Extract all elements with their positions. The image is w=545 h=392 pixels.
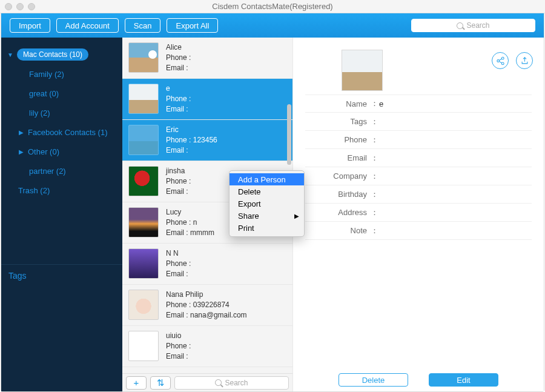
contact-email: Email : — [166, 63, 191, 73]
chevron-right-icon: ▶ — [18, 148, 24, 155]
scan-button[interactable]: Scan — [125, 18, 161, 33]
avatar — [128, 207, 159, 238]
sidebar: ▼ Mac Contacts (10) Family (2) great (0)… — [1, 38, 122, 391]
context-menu-item[interactable]: Print — [230, 222, 304, 234]
contact-name: Nana Philip — [166, 290, 247, 300]
detail-field: Phone： — [305, 131, 532, 149]
sidebar-group-label: Mac Contacts (10) — [17, 48, 88, 61]
sidebar-item-facebook[interactable]: ▶Facebook Contacts (1) — [1, 125, 122, 139]
sidebar-item-other[interactable]: ▶Other (0) — [1, 144, 122, 159]
svg-line-4 — [499, 61, 501, 63]
search-input[interactable]: Search — [411, 19, 535, 32]
avatar — [128, 166, 159, 196]
contact-email: Email : — [166, 187, 191, 197]
tags-section-header[interactable]: Tags — [1, 264, 122, 391]
contact-email: Email : — [166, 145, 217, 156]
contact-phone: Phone : — [166, 341, 191, 351]
submenu-arrow-icon: ▶ — [294, 213, 299, 219]
list-footer: + ⇅ Search — [122, 373, 292, 391]
contact-row[interactable]: Nana PhilipPhone : 039226874Email : nana… — [122, 285, 292, 326]
contact-row[interactable]: EricPhone : 123456Email : — [122, 120, 292, 161]
contact-email: Email : — [166, 269, 191, 279]
chevron-down-icon: ▼ — [7, 51, 13, 58]
contact-name: Lucy — [166, 207, 214, 218]
detail-field: Address： — [305, 204, 532, 222]
contact-row[interactable]: N NPhone :Email : — [122, 244, 292, 285]
contact-name: uiuio — [166, 331, 191, 341]
chevron-right-icon: ▶ — [18, 129, 24, 136]
contact-email: Email : — [166, 104, 191, 115]
contact-phone: Phone : 039226874 — [166, 300, 247, 310]
zoom-window-icon[interactable] — [28, 3, 35, 10]
detail-field: Email： — [305, 149, 532, 167]
delete-button[interactable]: Delete — [339, 373, 408, 387]
detail-panel: Name：eTags：Phone：Email：Company：Birthday：… — [293, 38, 544, 391]
detail-fields: Name：eTags：Phone：Email：Company：Birthday：… — [293, 91, 544, 240]
field-value: e — [379, 99, 383, 108]
contact-email: Email : — [166, 351, 191, 362]
search-icon — [215, 379, 222, 386]
export-all-button[interactable]: Export All — [167, 18, 218, 33]
field-label: Name — [305, 99, 371, 108]
detail-field: Name：e — [305, 95, 532, 113]
context-menu-item[interactable]: Share▶ — [230, 210, 304, 222]
search-placeholder: Search — [466, 21, 489, 30]
field-label: Company — [305, 171, 371, 181]
add-account-button[interactable]: Add Account — [56, 18, 119, 33]
toolbar: Import Add Account Scan Export All Searc… — [1, 13, 544, 38]
contact-phone: Phone : 123456 — [166, 135, 217, 145]
contact-phone: Phone : — [166, 53, 191, 63]
contact-name: Alice — [166, 42, 191, 53]
titlebar: Cisdem ContactsMate(Registered) — [0, 0, 545, 13]
svg-point-0 — [501, 57, 504, 59]
avatar — [128, 290, 159, 320]
context-menu-item[interactable]: Delete — [230, 185, 304, 198]
contact-row[interactable]: uiuioPhone :Email : — [122, 326, 292, 367]
contact-phone: Phone : — [166, 259, 191, 269]
sidebar-item-family[interactable]: Family (2) — [1, 67, 122, 81]
context-menu-item[interactable]: Export — [230, 198, 304, 210]
contact-phone: Phone : — [166, 94, 191, 104]
import-button[interactable]: Import — [10, 18, 50, 33]
svg-line-3 — [499, 59, 501, 61]
share-button[interactable] — [492, 52, 509, 69]
contact-name: Eric — [166, 125, 217, 135]
field-label: Email — [305, 153, 371, 162]
sidebar-item-partner[interactable]: partner (2) — [1, 164, 122, 178]
field-label: Note — [305, 226, 371, 235]
field-label: Tags — [305, 117, 371, 126]
detail-field: Company： — [305, 167, 532, 185]
list-search-input[interactable]: Search — [174, 376, 289, 390]
sidebar-item-trash[interactable]: Trash (2) — [1, 183, 122, 198]
contact-avatar — [342, 50, 383, 91]
detail-field: Note： — [305, 222, 532, 240]
contact-name: jinsha — [166, 166, 191, 176]
avatar — [128, 248, 159, 279]
context-menu-item[interactable]: Add a Person — [230, 173, 304, 185]
window-controls — [5, 3, 35, 10]
contact-row[interactable]: AlicePhone :Email : — [122, 38, 292, 79]
sidebar-group-mac-contacts[interactable]: ▼ Mac Contacts (10) — [1, 47, 122, 62]
sidebar-item-great[interactable]: great (0) — [1, 86, 122, 101]
contact-phone: Phone : n — [166, 218, 214, 228]
search-icon — [457, 22, 463, 29]
minimize-window-icon[interactable] — [16, 3, 24, 10]
context-menu[interactable]: Add a PersonDeleteExportShare▶Print — [229, 170, 305, 237]
contact-email: Email : nana@gmail.com — [166, 310, 247, 321]
contact-name: N N — [166, 248, 191, 259]
avatar — [128, 42, 159, 73]
window-title: Cisdem ContactsMate(Registered) — [0, 2, 545, 11]
add-contact-button[interactable]: + — [126, 376, 147, 390]
avatar — [128, 125, 159, 155]
edit-button[interactable]: Edit — [429, 373, 498, 387]
close-window-icon[interactable] — [5, 3, 12, 10]
scrollbar[interactable] — [287, 104, 291, 165]
sort-button[interactable]: ⇅ — [150, 376, 171, 390]
field-label: Phone — [305, 135, 371, 144]
contact-row[interactable]: ePhone :Email : — [122, 79, 292, 120]
svg-point-1 — [497, 59, 499, 62]
avatar — [128, 331, 159, 361]
sidebar-item-lily[interactable]: lily (2) — [1, 105, 122, 120]
export-contact-button[interactable] — [516, 52, 533, 69]
svg-point-2 — [501, 62, 504, 65]
